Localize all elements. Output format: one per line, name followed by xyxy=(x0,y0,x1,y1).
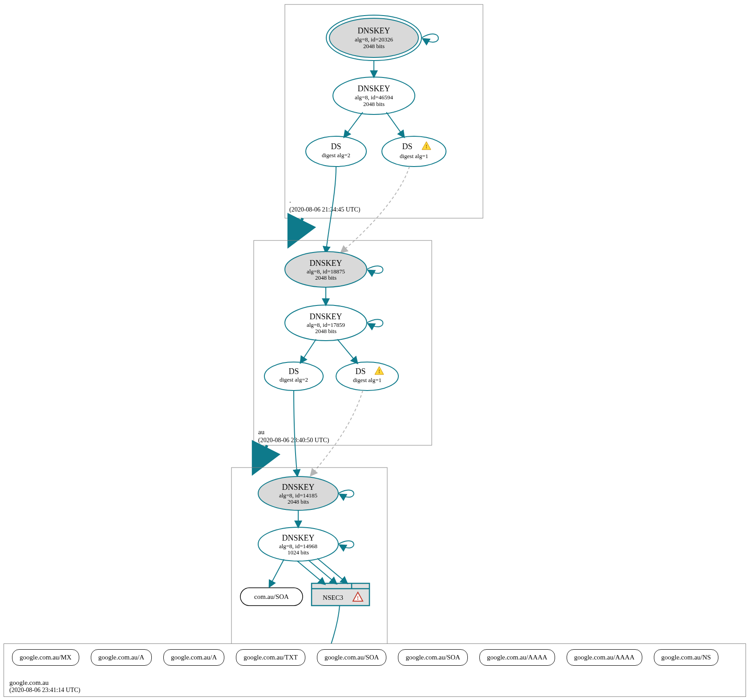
svg-text:DS: DS xyxy=(355,367,365,376)
svg-text:DNSKEY: DNSKEY xyxy=(282,483,314,492)
au-ds2-node[interactable]: DS digest alg=1 ! xyxy=(336,362,398,391)
edge-au-to-comau-zone xyxy=(256,445,267,468)
svg-text:alg=8, id=20326: alg=8, id=20326 xyxy=(355,36,393,43)
record-node[interactable]: google.com.au/A xyxy=(163,649,224,666)
svg-text:2048 bits: 2048 bits xyxy=(315,274,336,281)
svg-point-13 xyxy=(382,136,446,167)
zone-comau: com.au (2020-08-06 23:41:08 UTC) DNSKEY … xyxy=(231,468,387,663)
edge-root-zsk-ds1 xyxy=(344,112,363,137)
svg-text:DNSKEY: DNSKEY xyxy=(357,26,390,35)
svg-text:digest alg=1: digest alg=1 xyxy=(400,153,428,159)
svg-text:digest alg=2: digest alg=2 xyxy=(322,152,350,159)
record-node[interactable]: google.com.au/MX xyxy=(12,649,79,666)
svg-text:alg=8, id=14185: alg=8, id=14185 xyxy=(279,492,317,499)
svg-text:2048 bits: 2048 bits xyxy=(363,101,385,107)
record-node[interactable]: google.com.au/NS xyxy=(654,649,719,666)
svg-text:DS: DS xyxy=(402,142,412,151)
au-ds1-node[interactable]: DS digest alg=2 xyxy=(264,362,323,391)
au-ksk-node[interactable]: DNSKEY alg=8, id=18875 2048 bits xyxy=(285,252,367,287)
zone-google-box: google.com.au/MXgoogle.com.au/Agoogle.co… xyxy=(4,643,746,697)
record-node[interactable]: google.com.au/AAAA xyxy=(567,649,642,666)
svg-text:!: ! xyxy=(378,368,380,374)
edge-root-to-au-zone xyxy=(292,218,303,240)
svg-text:digest alg=1: digest alg=1 xyxy=(353,377,381,383)
record-node[interactable]: google.com.au/TXT xyxy=(236,649,305,666)
svg-text:DNSKEY: DNSKEY xyxy=(282,533,314,542)
svg-text:DNSKEY: DNSKEY xyxy=(357,84,390,93)
svg-point-29 xyxy=(336,362,398,391)
comau-ksk-node[interactable]: DNSKEY alg=8, id=14185 2048 bits xyxy=(258,476,338,510)
svg-text:!: ! xyxy=(357,594,359,601)
zone-root: . (2020-08-06 21:34:45 UTC) DNSKEY alg=8… xyxy=(285,4,483,218)
comau-zsk-node[interactable]: DNSKEY alg=8, id=14968 1024 bits xyxy=(258,527,338,561)
svg-text:alg=8, id=46594: alg=8, id=46594 xyxy=(355,94,393,101)
zone-root-label: . xyxy=(289,197,291,204)
svg-point-10 xyxy=(306,136,366,167)
svg-text:com.au/SOA: com.au/SOA xyxy=(254,593,289,600)
record-node[interactable]: google.com.au/SOA xyxy=(317,649,386,666)
comau-soa-node[interactable]: com.au/SOA xyxy=(240,588,303,606)
au-ksk-selfloop xyxy=(367,266,383,273)
root-ksk-node[interactable]: DNSKEY alg=8, id=20326 2048 bits xyxy=(326,15,422,61)
zone-google-ts: (2020-08-06 23:41:14 UTC) xyxy=(9,687,80,694)
zone-au-label: au xyxy=(258,428,265,435)
svg-text:DNSKEY: DNSKEY xyxy=(309,312,342,321)
zone-au-ts: (2020-08-06 23:40:50 UTC) xyxy=(258,437,329,444)
root-zsk-node[interactable]: DNSKEY alg=8, id=46594 2048 bits xyxy=(333,77,415,114)
svg-text:alg=8, id=18875: alg=8, id=18875 xyxy=(307,268,345,275)
root-ksk-selfloop xyxy=(422,34,438,42)
record-node[interactable]: google.com.au/SOA xyxy=(398,649,467,666)
zone-au: au (2020-08-06 23:40:50 UTC) DNSKEY alg=… xyxy=(254,240,432,445)
svg-text:alg=8, id=17859: alg=8, id=17859 xyxy=(307,322,345,328)
svg-text:2048 bits: 2048 bits xyxy=(315,328,336,334)
svg-text:DS: DS xyxy=(288,367,299,376)
svg-text:1024 bits: 1024 bits xyxy=(288,549,309,556)
zone-google-label: google.com.au xyxy=(9,679,49,687)
zone-root-ts: (2020-08-06 21:34:45 UTC) xyxy=(289,206,361,213)
root-ds2-node[interactable]: DS digest alg=1 ! xyxy=(382,136,446,167)
svg-text:NSEC3: NSEC3 xyxy=(323,594,343,601)
comau-nsec3-node[interactable]: NSEC3 ! xyxy=(312,583,369,606)
root-ds1-node[interactable]: DS digest alg=2 xyxy=(306,136,366,167)
au-zsk-selfloop xyxy=(367,319,383,327)
svg-text:digest alg=2: digest alg=2 xyxy=(280,376,308,383)
svg-text:2048 bits: 2048 bits xyxy=(363,43,385,49)
edge-root-zsk-ds2 xyxy=(386,112,404,137)
record-node[interactable]: google.com.au/A xyxy=(91,649,152,666)
record-node[interactable]: google.com.au/AAAA xyxy=(479,649,555,666)
svg-text:!: ! xyxy=(426,143,427,150)
svg-text:alg=8, id=14968: alg=8, id=14968 xyxy=(279,543,317,549)
svg-text:DNSKEY: DNSKEY xyxy=(309,259,342,268)
svg-text:DS: DS xyxy=(331,142,341,151)
au-zsk-node[interactable]: DNSKEY alg=8, id=17859 2048 bits xyxy=(285,305,367,341)
svg-text:2048 bits: 2048 bits xyxy=(288,498,309,505)
